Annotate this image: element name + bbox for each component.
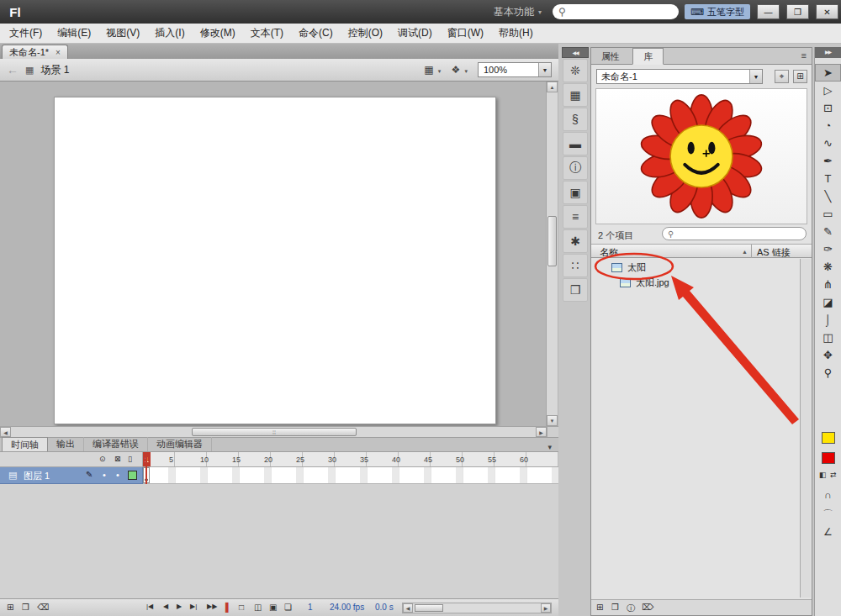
ruler-panel-icon[interactable]: ▬ xyxy=(563,132,588,155)
column-divider[interactable] xyxy=(751,245,752,258)
library-item-sun-jpg[interactable]: 太阳.jpg xyxy=(591,275,800,290)
document-tab[interactable]: 未命名-1* × xyxy=(2,45,68,59)
subselection-tool[interactable]: ▷ xyxy=(815,82,841,99)
lock-icon[interactable]: ⊠ xyxy=(114,455,121,463)
selection-tool[interactable]: ➤ xyxy=(815,64,841,82)
scroll-left-icon[interactable]: ◀ xyxy=(0,427,11,437)
black-white-colors-icon[interactable]: ◧ xyxy=(819,471,827,479)
stage-canvas[interactable] xyxy=(54,97,496,424)
menu-view[interactable]: 视图(V) xyxy=(98,24,147,43)
lasso-tool[interactable]: ∿ xyxy=(815,134,841,152)
deco-tool[interactable]: ❋ xyxy=(815,258,841,276)
pin-library-icon[interactable]: ⌖ xyxy=(775,70,789,83)
zoom-tool[interactable]: ⚲ xyxy=(815,364,841,382)
search-input[interactable] xyxy=(569,7,662,17)
layer-visibility-dot[interactable]: • xyxy=(103,470,106,480)
next-frame-button[interactable]: ▶| xyxy=(190,603,197,610)
delete-layer-icon[interactable]: ⌫ xyxy=(37,603,49,612)
eraser-tool[interactable]: ◫ xyxy=(815,329,841,346)
outline-icon[interactable]: ▯ xyxy=(128,455,132,463)
new-folder-icon[interactable]: ❒ xyxy=(22,603,29,612)
library-search-box[interactable]: ⚲ xyxy=(662,227,807,240)
align-panel-icon[interactable]: ≡ xyxy=(563,205,588,229)
stage-vertical-scrollbar[interactable]: ▲ ▼ xyxy=(546,82,558,426)
tab-motion-editor[interactable]: 动画编辑器 xyxy=(148,437,212,451)
grid-panel-icon[interactable]: ▦ xyxy=(563,83,588,107)
pencil-tool[interactable]: ✎ xyxy=(815,223,841,240)
code-snippets-panel-icon[interactable]: ∷ xyxy=(563,254,588,277)
panel-menu-icon[interactable]: ≡ xyxy=(801,50,807,61)
swatches-panel-icon[interactable]: ❊ xyxy=(563,59,588,82)
collapse-tools-icon[interactable]: ▶▶ xyxy=(815,47,841,58)
help-search-box[interactable]: ⚲ xyxy=(553,4,679,19)
library-item-label[interactable]: 太阳 xyxy=(627,261,646,274)
horizontal-scroll-thumb[interactable]: ⁞⁞ xyxy=(192,428,357,436)
timeline-scroll-thumb[interactable] xyxy=(415,604,443,612)
paint-bucket-tool[interactable]: ◪ xyxy=(815,293,841,311)
snap-magnet-icon[interactable]: ∩ xyxy=(815,489,841,501)
scroll-left-icon[interactable]: ◀ xyxy=(403,603,413,613)
menu-commands[interactable]: 命令(C) xyxy=(291,24,341,43)
eyedropper-tool[interactable]: ⌡ xyxy=(815,311,841,329)
stage-horizontal-scrollbar[interactable]: ◀ ⁞⁞ ▶ xyxy=(0,426,558,437)
layer-row[interactable]: ▤ 图层 1 ✎ • • xyxy=(0,467,143,484)
new-library-panel-icon[interactable]: ⊞ xyxy=(793,70,807,83)
zoom-select[interactable]: 100% ▼ xyxy=(478,62,552,77)
delete-item-icon[interactable]: ⌦ xyxy=(642,603,653,612)
workspace-switcher[interactable]: 基本功能 ▾ xyxy=(489,5,547,19)
loop-marker-icon[interactable]: ▌ xyxy=(225,603,231,612)
tab-output[interactable]: 输出 xyxy=(48,437,84,451)
menu-file[interactable]: 文件(F) xyxy=(2,24,50,43)
back-arrow-icon[interactable]: ← xyxy=(7,63,19,76)
line-tool[interactable]: ╲ xyxy=(815,187,841,205)
straighten-icon[interactable]: ∠ xyxy=(815,526,841,538)
sort-icon[interactable]: ▲ xyxy=(742,249,748,255)
onion-skin-outline-icon[interactable]: ◫ xyxy=(254,603,262,612)
close-button[interactable]: ✕ xyxy=(816,4,838,19)
frame-ruler[interactable]: 1 5 10 15 20 25 30 35 40 45 50 55 60 xyxy=(143,452,558,467)
3d-rotation-tool[interactable]: ◔ xyxy=(815,117,841,134)
menu-debug[interactable]: 调试(D) xyxy=(390,24,440,43)
expand-panels-icon[interactable]: ◀◀ xyxy=(562,47,589,58)
tab-compiler-errors[interactable]: 编译器错误 xyxy=(84,437,148,451)
scroll-right-icon[interactable]: ▶ xyxy=(541,603,551,613)
stroke-color-swatch[interactable] xyxy=(822,432,835,444)
swap-colors-icon[interactable]: ⇄ xyxy=(830,471,837,479)
menu-text[interactable]: 文本(T) xyxy=(243,24,291,43)
prev-frame-button[interactable]: ◀ xyxy=(163,603,168,610)
current-frame-value[interactable]: 1 xyxy=(308,603,313,612)
tab-properties[interactable]: 属性 xyxy=(591,49,630,66)
layer-lock-dot[interactable]: • xyxy=(116,470,119,480)
components-panel-icon[interactable]: § xyxy=(563,108,588,131)
tab-library[interactable]: 库 xyxy=(632,48,664,65)
play-button[interactable]: ▶ xyxy=(177,603,182,610)
new-layer-icon[interactable]: ⊞ xyxy=(7,603,13,612)
edit-multiple-frames-icon[interactable]: ▣ xyxy=(269,603,277,612)
maximize-button[interactable]: ❐ xyxy=(786,4,809,19)
library-scrollbar[interactable] xyxy=(800,259,811,598)
text-tool[interactable]: T xyxy=(815,170,841,187)
item-properties-icon[interactable]: ⓘ xyxy=(627,603,635,614)
vertical-scroll-thumb[interactable] xyxy=(547,216,557,266)
info-panel-icon[interactable]: ⓘ xyxy=(563,156,588,180)
edit-symbol-button[interactable]: ❖ ▾ xyxy=(451,64,468,76)
hand-tool[interactable]: ✥ xyxy=(815,346,841,364)
menu-insert[interactable]: 插入(I) xyxy=(147,24,192,43)
transform-panel-icon[interactable]: ▣ xyxy=(563,181,588,204)
frame-grid[interactable] xyxy=(143,467,558,484)
edit-scene-button[interactable]: ▦ ▾ xyxy=(424,64,441,76)
close-icon[interactable]: × xyxy=(56,48,61,57)
library-document-select[interactable]: 未命名-1 ▼ xyxy=(596,69,763,84)
fill-color-swatch[interactable] xyxy=(822,452,835,464)
ime-indicator[interactable]: ⌨ 五笔字型 xyxy=(685,4,750,19)
layer-outline-color-swatch[interactable] xyxy=(128,471,137,480)
new-folder-icon[interactable]: ❒ xyxy=(611,603,619,612)
timeline-horizontal-scrollbar[interactable]: ◀ ▶ xyxy=(402,603,552,613)
tab-timeline[interactable]: 时间轴 xyxy=(2,437,48,451)
new-symbol-icon[interactable]: ⊞ xyxy=(596,603,603,612)
panel-menu-icon[interactable]: ▾ xyxy=(541,443,558,451)
frame-rate-value[interactable]: 24.00 fps xyxy=(330,603,364,612)
rectangle-tool[interactable]: ▭ xyxy=(815,205,841,223)
menu-edit[interactable]: 编辑(E) xyxy=(50,24,98,43)
free-transform-tool[interactable]: ⊡ xyxy=(815,99,841,117)
